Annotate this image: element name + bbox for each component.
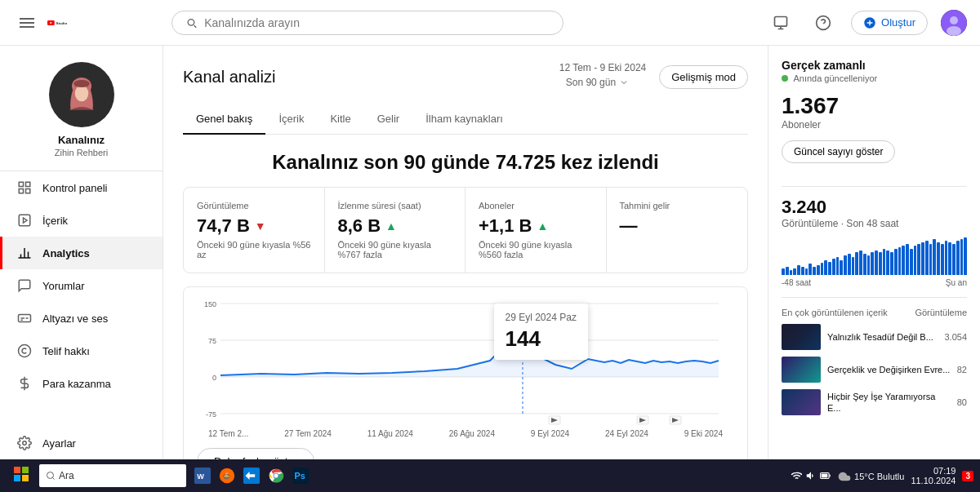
svg-text:Studio: Studio (56, 20, 68, 24)
taskbar-icon-chrome[interactable] (266, 466, 286, 485)
taskbar-search[interactable]: Ara (39, 464, 186, 487)
channel-info: Kanalınız Zihin Rehberi (0, 46, 163, 171)
svg-text:W: W (197, 472, 204, 481)
analytics-label: Analytics (42, 247, 90, 259)
avatar[interactable] (941, 10, 967, 36)
mini-bar (793, 268, 796, 275)
monetize-label: Para kazanma (42, 378, 111, 390)
stat-subs-trend: Önceki 90 güne kıyasla %560 fazla (479, 240, 593, 259)
mini-bar (914, 246, 917, 275)
advanced-mode-button[interactable]: Gelişmiş mod (659, 65, 748, 89)
svg-rect-1 (20, 22, 34, 24)
mini-bar (941, 244, 944, 275)
battery-icon (820, 470, 831, 481)
content-views-2: 82 (957, 365, 967, 375)
mini-bar (871, 252, 874, 275)
trend-up-icon-subs: ▲ (537, 219, 548, 233)
svg-rect-69 (821, 474, 827, 478)
sidebar-item-content[interactable]: İçerik (0, 204, 163, 237)
taskbar-icon-1[interactable]: W (193, 466, 212, 485)
mini-bar (894, 249, 898, 275)
mini-bar (790, 270, 793, 275)
tab-content[interactable]: İçerik (265, 104, 317, 135)
stat-subs-label: Aboneler (479, 201, 593, 211)
menu-button[interactable] (13, 11, 41, 34)
svg-rect-17 (19, 182, 23, 186)
taskbar-icon-food[interactable]: 🍲 (217, 466, 237, 485)
sidebar-item-comments[interactable]: Yorumlar (0, 269, 163, 302)
start-button[interactable] (7, 463, 36, 489)
comments-label: Yorumlar (42, 280, 85, 292)
tab-revenue[interactable]: Gelir (364, 104, 412, 135)
date-display: 11.10.2024 (911, 476, 956, 485)
x-label-4: 26 Ağu 2024 (449, 429, 495, 438)
mini-bar (836, 257, 840, 275)
taskbar-search-icon (46, 471, 56, 481)
sidebar-item-dashboard[interactable]: Kontrol paneli (0, 171, 163, 204)
channel-avatar[interactable] (49, 62, 114, 127)
x-label-3: 11 Ağu 2024 (368, 429, 413, 438)
content-item-2[interactable]: Gerçeklik ve Değişirken Evre... 82 (782, 357, 967, 383)
bar-chart-icon (16, 245, 33, 261)
page-title: Kanal analizi (183, 68, 275, 86)
taskbar-weather: 15°C Bulutlu (838, 468, 905, 483)
channel-handle: Zihin Rehberi (55, 148, 108, 157)
date-selector[interactable]: Son 90 gün (559, 73, 647, 91)
svg-rect-0 (20, 18, 34, 20)
wifi-icon (791, 470, 802, 481)
svg-point-10 (947, 26, 961, 36)
youtube-logo[interactable]: Studio (47, 15, 70, 31)
page-header: Kanal analizi 12 Tem - 9 Eki 2024 Son 90… (183, 46, 748, 104)
mini-bar (808, 264, 812, 275)
x-label-1: 12 Tem 2... (208, 429, 248, 438)
svg-line-57 (52, 477, 54, 479)
content-title-1: Yalnızlık Tesadüf Değil B... (827, 331, 938, 343)
sidebar-item-monetize[interactable]: Para kazanma (0, 367, 163, 400)
x-label-2: 27 Tem 2024 (284, 429, 332, 438)
svg-text:-75: -75 (206, 410, 216, 419)
search-input[interactable] (204, 16, 550, 29)
create-icon (863, 16, 876, 29)
search-icon (185, 16, 198, 29)
cloud-icon (838, 470, 851, 483)
sidebar-item-settings[interactable]: Ayarlar (0, 427, 163, 459)
sidebar-item-copyright[interactable]: Telif hakkı (0, 335, 163, 367)
mini-bar (956, 241, 960, 275)
help-icon-btn[interactable] (808, 8, 838, 38)
content-views-3: 80 (957, 397, 967, 407)
sidebar-item-analytics[interactable]: Analytics (0, 237, 163, 269)
realtime-title: Gerçek zamanlı (782, 59, 866, 72)
subtitles-label: Altyazı ve ses (42, 312, 108, 325)
content-item-1[interactable]: Yalnızlık Tesadüf Değil B... 3.054 (782, 324, 967, 350)
search-bar[interactable] (172, 11, 564, 35)
content-thumb-2 (782, 357, 821, 383)
tab-overview[interactable]: Genel bakış (183, 104, 265, 135)
mini-bar (929, 244, 933, 275)
svg-point-31 (19, 345, 31, 357)
show-current-button[interactable]: Güncel sayıyı göster (782, 140, 895, 163)
sidebar-item-subtitles[interactable]: Altyazı ve ses (0, 302, 163, 335)
realtime-views-count: 3.240 (782, 197, 967, 218)
taskbar-icon-ps[interactable]: Ps (291, 466, 310, 485)
taskbar: Ara W 🍲 Ps (0, 459, 980, 492)
time-display: 07:19 (911, 466, 956, 476)
realtime-header: Gerçek zamanlı (782, 59, 967, 72)
tab-inspiration[interactable]: İlham kaynakları (412, 104, 516, 135)
mini-bar (948, 242, 951, 275)
stat-watchtime-trend: Önceki 90 güne kıyasla %767 fazla (338, 240, 452, 259)
play-square-icon (16, 212, 33, 228)
svg-text:Ps: Ps (295, 471, 305, 481)
sidebar: Kanalınız Zihin Rehberi Kontrol paneli İ… (0, 46, 163, 492)
taskbar-sys-icons (791, 470, 831, 481)
taskbar-icon-explorer[interactable] (242, 466, 261, 485)
create-button[interactable]: Oluştur (851, 11, 928, 35)
tab-audience[interactable]: Kitle (317, 104, 363, 135)
feedback-icon-btn[interactable] (766, 8, 795, 38)
content-item-3[interactable]: Hiçbir Şey İşe Yaramıyorsa E... 80 (782, 389, 967, 415)
mini-chart-labels: -48 saat Şu an (782, 278, 967, 287)
right-panel: Gerçek zamanlı Anında güncelleniyor 1.36… (768, 46, 980, 492)
settings-label: Ayarlar (42, 437, 76, 450)
content-title-3: Hiçbir Şey İşe Yaramıyorsa E... (827, 391, 951, 414)
channel-name: Kanalınız (58, 134, 105, 146)
chart-tooltip: 29 Eyl 2024 Paz 144 (494, 304, 588, 360)
